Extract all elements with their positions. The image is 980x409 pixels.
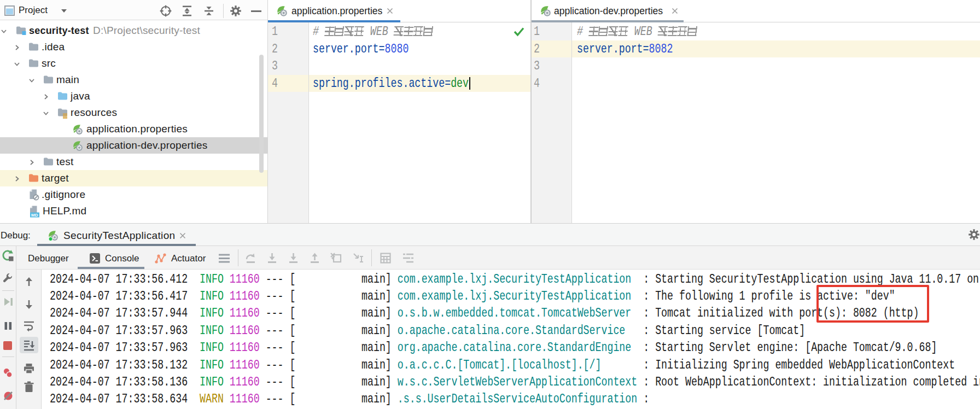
svg-text:MD: MD bbox=[31, 213, 38, 218]
